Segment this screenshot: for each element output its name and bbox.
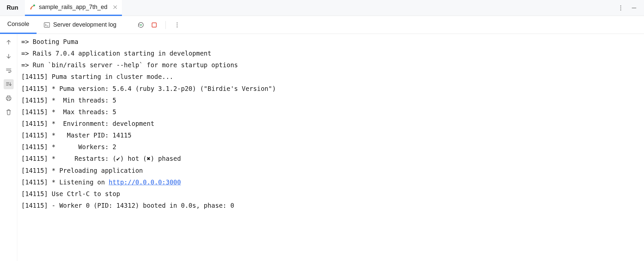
svg-rect-11 bbox=[7, 99, 10, 101]
console-line: [14115] Use Ctrl-C to stop bbox=[21, 188, 640, 200]
close-tab-button[interactable] bbox=[112, 4, 118, 10]
run-config-tab[interactable]: sample_rails_app_7th_ed bbox=[25, 0, 122, 16]
svg-point-3 bbox=[620, 9, 621, 10]
terminal-icon bbox=[44, 22, 50, 28]
tab-console-label: Console bbox=[7, 21, 29, 28]
more-options-button[interactable] bbox=[616, 3, 625, 13]
console-line: [14115] * Restarts: (✔) hot (✖) phased bbox=[21, 153, 640, 164]
console-line: [14115] * Puma version: 5.6.4 (ruby 3.1.… bbox=[21, 83, 640, 95]
tab-server-log[interactable]: Server development log bbox=[37, 16, 124, 34]
rails-icon bbox=[29, 4, 36, 11]
run-config-name: sample_rails_app_7th_ed bbox=[39, 4, 107, 11]
minimize-button[interactable] bbox=[629, 3, 639, 13]
rerun-button[interactable] bbox=[136, 20, 146, 30]
svg-point-2 bbox=[620, 7, 621, 8]
console-line: [14115] * Workers: 2 bbox=[21, 141, 640, 153]
header-right-actions bbox=[616, 3, 641, 13]
toolbar-divider bbox=[165, 21, 166, 29]
run-toolbar: Console Server development log bbox=[0, 16, 644, 34]
console-line: => Booting Puma bbox=[21, 36, 640, 48]
scroll-to-end-button[interactable] bbox=[4, 79, 14, 89]
svg-point-6 bbox=[177, 22, 178, 23]
scroll-down-button[interactable] bbox=[4, 51, 14, 61]
content-area: => Booting Puma=> Rails 7.0.4 applicatio… bbox=[0, 34, 644, 261]
soft-wrap-button[interactable] bbox=[4, 65, 14, 75]
svg-point-8 bbox=[177, 26, 178, 27]
console-line: [14115] Puma starting in cluster mode... bbox=[21, 71, 640, 83]
scroll-up-button[interactable] bbox=[4, 37, 14, 47]
console-line: [14115] * Listening on http://0.0.0.0:30… bbox=[21, 176, 640, 188]
toolbar-more-button[interactable] bbox=[172, 20, 182, 30]
console-line: [14115] * Master PID: 14115 bbox=[21, 130, 640, 141]
print-button[interactable] bbox=[4, 93, 14, 103]
tab-console[interactable]: Console bbox=[0, 16, 37, 34]
svg-point-0 bbox=[33, 4, 35, 6]
svg-rect-5 bbox=[152, 23, 157, 27]
console-line: [14115] * Max threads: 5 bbox=[21, 106, 640, 118]
toolbar-actions bbox=[124, 20, 182, 30]
tab-server-log-label: Server development log bbox=[53, 21, 116, 28]
console-line: => Run `bin/rails server --help` for mor… bbox=[21, 59, 640, 71]
svg-point-1 bbox=[620, 5, 621, 6]
console-gutter bbox=[0, 34, 17, 261]
console-line: [14115] * Preloading application bbox=[21, 165, 640, 176]
console-line: [14115] * Min threads: 5 bbox=[21, 95, 640, 106]
svg-point-7 bbox=[177, 24, 178, 25]
console-line: => Rails 7.0.4 application starting in d… bbox=[21, 48, 640, 59]
run-tool-window-header: Run sample_rails_app_7th_ed bbox=[0, 0, 644, 16]
tool-window-title: Run bbox=[3, 4, 25, 11]
svg-rect-4 bbox=[44, 22, 50, 27]
console-line: [14115] * Environment: development bbox=[21, 118, 640, 130]
stop-button[interactable] bbox=[149, 20, 160, 30]
clear-all-button[interactable] bbox=[4, 107, 14, 117]
listen-url-link[interactable]: http://0.0.0.0:3000 bbox=[109, 178, 181, 186]
console-output[interactable]: => Booting Puma=> Rails 7.0.4 applicatio… bbox=[17, 34, 644, 261]
console-line: [14115] - Worker 0 (PID: 14312) booted i… bbox=[21, 200, 640, 211]
